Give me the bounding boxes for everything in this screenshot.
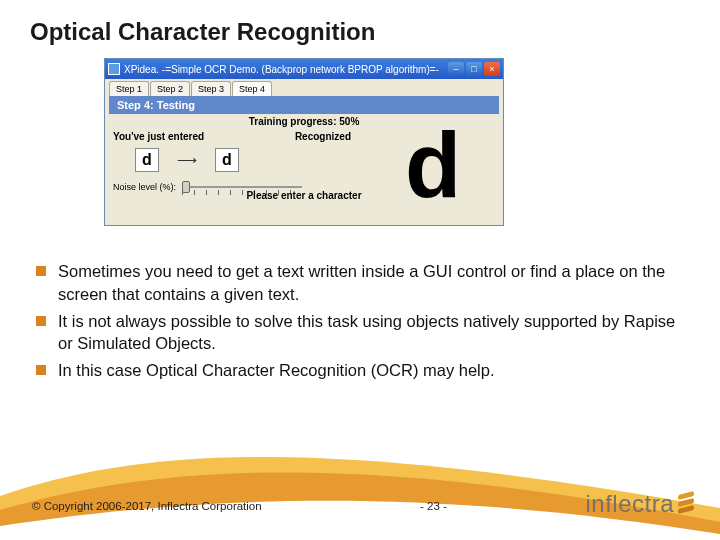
bullet-list: Sometimes you need to get a text written…: [36, 260, 684, 386]
window-title: XPidea. -=Simple OCR Demo. (Backprop net…: [124, 64, 448, 75]
arrow-icon: ⟶: [177, 152, 197, 168]
slide-title: Optical Character Recognition: [30, 18, 375, 46]
tab-step4[interactable]: Step 4: [232, 81, 272, 96]
tab-step3[interactable]: Step 3: [191, 81, 231, 96]
prompt-text: Please enter a character: [105, 190, 503, 201]
window-buttons: – □ ×: [448, 62, 500, 76]
ocr-body: You've just entered Recognized d ⟶ d Noi…: [105, 129, 503, 204]
window-titlebar: XPidea. -=Simple OCR Demo. (Backprop net…: [105, 59, 503, 79]
ocr-demo-window: XPidea. -=Simple OCR Demo. (Backprop net…: [104, 58, 504, 226]
bullet-item: Sometimes you need to get a text written…: [36, 260, 684, 306]
entered-char-box[interactable]: d: [135, 148, 159, 172]
step-banner: Step 4: Testing: [109, 96, 499, 114]
recognized-label: Recognized: [295, 131, 351, 142]
entered-label: You've just entered: [113, 131, 204, 142]
recognized-char-box: d: [215, 148, 239, 172]
char-row: d ⟶ d: [135, 148, 373, 172]
bullet-item: It is not always possible to solve this …: [36, 310, 684, 356]
logo-text: inflectra: [585, 490, 674, 518]
copyright-text: © Copyright 2006-2017, Inflectra Corpora…: [32, 500, 262, 512]
bullet-item: In this case Optical Character Recogniti…: [36, 359, 684, 382]
tab-step1[interactable]: Step 1: [109, 81, 149, 96]
tab-strip: Step 1 Step 2 Step 3 Step 4: [105, 79, 503, 96]
logo-mark-icon: [678, 493, 694, 515]
maximize-button[interactable]: □: [466, 62, 482, 76]
inflectra-logo: inflectra: [585, 490, 694, 518]
tab-step2[interactable]: Step 2: [150, 81, 190, 96]
page-number: - 23 -: [420, 500, 447, 512]
close-button[interactable]: ×: [484, 62, 500, 76]
slider-track: [182, 186, 302, 188]
app-icon: [108, 63, 120, 75]
ocr-header-row: You've just entered Recognized: [113, 131, 373, 142]
footer-swoosh: [0, 430, 720, 540]
minimize-button[interactable]: –: [448, 62, 464, 76]
slide: Optical Character Recognition XPidea. -=…: [0, 0, 720, 540]
